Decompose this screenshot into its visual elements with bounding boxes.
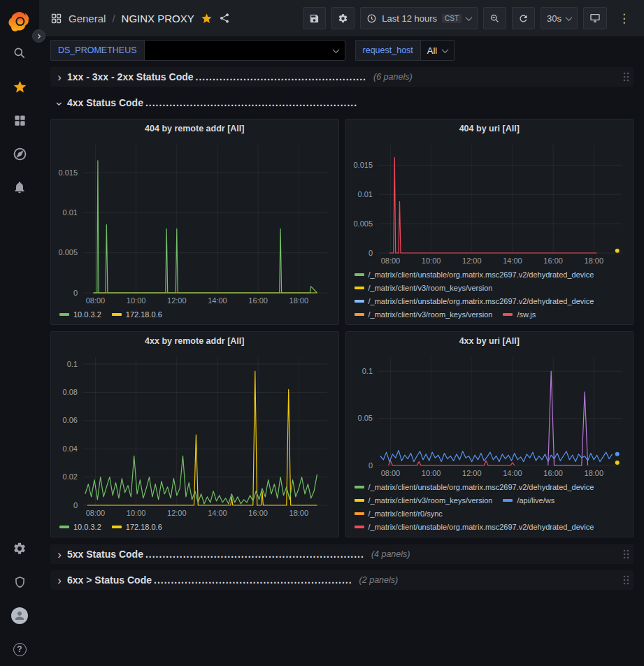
timezone-badge: CST <box>442 14 461 23</box>
sidebar-help-button[interactable]: ? <box>0 632 39 666</box>
avatar <box>11 607 28 624</box>
legend-swatch <box>59 313 69 316</box>
sidebar-expand-button[interactable] <box>32 29 45 43</box>
breadcrumb-section[interactable]: General <box>69 13 106 24</box>
row-6xx[interactable]: › 6xx > Status Code ....................… <box>50 570 634 590</box>
refresh-icon <box>518 13 529 24</box>
y-axis-label: 0 <box>368 249 372 257</box>
drag-dots-icon <box>622 574 629 586</box>
legend-item[interactable]: /_matrix/client/v3/room_keys/version <box>355 282 493 294</box>
dashboard-canvas: › 1xx - 3xx - 2xx Status Code ..........… <box>39 64 644 666</box>
legend-label: /_matrix/client/v3/room_keys/version <box>368 282 493 294</box>
time-range-picker[interactable]: Last 12 hours CST <box>360 7 478 29</box>
row-title: 1xx - 3xx - 2xx Status Code <box>67 71 194 82</box>
variable-ds-value-dropdown[interactable] <box>144 40 345 61</box>
series-line <box>380 450 612 461</box>
time-series-chart[interactable]: 08:0010:0012:0014:0016:0018:0000.0050.01… <box>51 138 338 307</box>
drag-dots-icon <box>622 71 629 82</box>
clock-icon <box>366 13 377 24</box>
legend-swatch <box>355 512 364 515</box>
legend-item[interactable]: /_matrix/client/r0/sync <box>355 507 443 520</box>
x-axis-label: 18:00 <box>289 509 309 517</box>
legend-item[interactable]: /_matrix/client/unstable/org.matrix.msc2… <box>355 521 594 533</box>
x-axis-label: 18:00 <box>584 256 603 265</box>
time-series-chart[interactable]: 08:0010:0012:0014:0016:0018:0000.020.040… <box>51 350 338 519</box>
row-panel-count: (4 panels) <box>371 549 410 559</box>
refresh-button[interactable] <box>512 7 535 29</box>
x-axis-label: 12:00 <box>462 256 482 265</box>
variable-ds-label[interactable]: DS_PROMETHEUS <box>50 40 144 61</box>
zoom-out-time-button[interactable] <box>483 7 506 29</box>
grafana-logo-icon <box>8 9 31 33</box>
y-axis-label: 0.005 <box>353 219 373 228</box>
legend-item[interactable]: /_matrix/client/unstable/org.matrix.msc2… <box>355 481 594 493</box>
legend-item[interactable]: 10.0.3.2 <box>59 521 101 533</box>
variable-host-value-dropdown[interactable]: All <box>420 40 455 61</box>
row-drag-handle[interactable] <box>622 549 629 560</box>
panel-title[interactable]: 4xx by uri [All] <box>346 332 634 350</box>
row-drag-handle[interactable] <box>622 71 629 82</box>
x-axis-label: 14:00 <box>208 509 227 517</box>
legend-label: 10.0.3.2 <box>73 521 101 533</box>
time-series-chart[interactable]: 08:0010:0012:0014:0016:0018:0000.0050.01… <box>346 138 634 267</box>
panel-title[interactable]: 404 by uri [All] <box>346 120 634 138</box>
legend-item[interactable]: /_matrix/client/unstable/org.matrix.msc2… <box>355 295 594 307</box>
y-axis-label: 0.015 <box>58 168 78 177</box>
sidebar-server-admin-button[interactable] <box>0 565 39 599</box>
row-4xx[interactable]: › 4xx Status Code ......................… <box>50 93 634 113</box>
x-axis-label: 10:00 <box>421 256 441 265</box>
row-1xx-3xx-2xx[interactable]: › 1xx - 3xx - 2xx Status Code ..........… <box>50 67 634 87</box>
y-axis-label: 0.05 <box>357 414 372 422</box>
time-series-chart[interactable]: 08:0010:0012:0014:0016:0018:0000.050.1 <box>346 350 634 479</box>
variable-host-value: All <box>427 45 437 56</box>
sidebar-configuration-button[interactable] <box>0 532 39 565</box>
refresh-interval-picker[interactable]: 30s <box>541 7 578 29</box>
row-drag-handle[interactable] <box>622 574 629 586</box>
panel-legend: 10.0.3.2172.18.0.6 <box>51 307 338 324</box>
y-axis-label: 0 <box>368 461 372 470</box>
sidebar-alerting-button[interactable] <box>0 171 39 204</box>
legend-item[interactable]: /api/live/ws <box>503 494 554 507</box>
row-title: 5xx Status Code <box>67 549 143 560</box>
variable-host-label[interactable]: request_host <box>355 40 420 61</box>
legend-item[interactable]: 172.18.0.6 <box>112 308 162 321</box>
legend-item[interactable]: 10.0.3.2 <box>59 308 101 321</box>
share-icon[interactable] <box>219 13 230 24</box>
x-axis-label: 10:00 <box>127 296 146 305</box>
x-axis-label: 08:00 <box>380 469 400 477</box>
legend-item[interactable]: /_matrix/client/unstable/org.matrix.msc2… <box>355 268 594 281</box>
panel-title[interactable]: 4xx by remote addr [All] <box>51 332 338 350</box>
x-axis-label: 12:00 <box>167 509 187 517</box>
panel-title[interactable]: 404 by remote addr [All] <box>51 120 338 138</box>
chevron-down-icon: › <box>54 97 66 110</box>
x-axis-label: 14:00 <box>503 469 522 477</box>
panel-legend: 10.0.3.2172.18.0.6 <box>51 519 338 537</box>
legend-label: /_matrix/client/unstable/org.matrix.msc2… <box>368 295 594 307</box>
sidebar-explore-button[interactable] <box>0 137 39 171</box>
x-axis-label: 08:00 <box>380 256 400 265</box>
series-point <box>615 461 619 465</box>
y-axis-label: 0.015 <box>353 161 373 169</box>
legend-swatch <box>355 287 364 289</box>
cycle-view-mode-button[interactable] <box>583 7 607 29</box>
sidebar-starred-button[interactable] <box>0 70 39 103</box>
chevron-down-icon <box>466 14 473 21</box>
legend-item[interactable]: /_matrix/client/v3/room_keys/version <box>355 308 493 321</box>
legend-item[interactable]: /sw.js <box>503 308 536 321</box>
x-axis-label: 08:00 <box>86 296 106 305</box>
save-dashboard-button[interactable] <box>303 7 326 29</box>
row-title-dots: ........................................… <box>196 71 366 82</box>
y-axis-label: 0.08 <box>63 388 78 396</box>
sidebar-profile-button[interactable] <box>0 599 39 632</box>
favorite-star-icon[interactable] <box>201 13 213 24</box>
sidebar-dashboards-button[interactable] <box>0 103 39 137</box>
y-axis-label: 0 <box>73 501 78 509</box>
time-range-label: Last 12 hours <box>382 13 437 24</box>
sidebar-search-button[interactable] <box>0 36 39 70</box>
row-5xx[interactable]: › 5xx Status Code ......................… <box>50 544 634 564</box>
legend-item[interactable]: 172.18.0.6 <box>112 521 162 533</box>
legend-swatch <box>355 526 364 528</box>
dashboard-settings-button[interactable] <box>331 7 355 29</box>
legend-item[interactable]: /_matrix/client/v3/room_keys/version <box>355 494 493 507</box>
more-options-button[interactable]: ⋮ <box>613 7 636 29</box>
